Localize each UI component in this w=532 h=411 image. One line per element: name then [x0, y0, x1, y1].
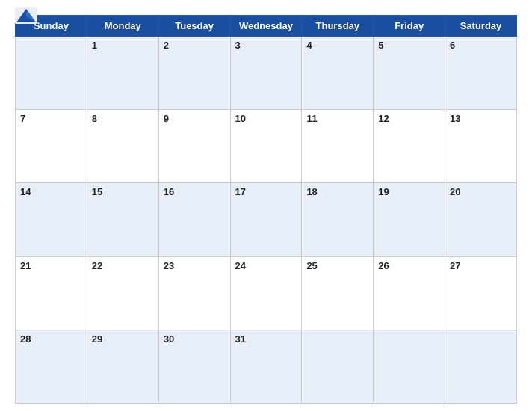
day-number: 1 — [92, 40, 97, 51]
day-number: 30 — [164, 333, 174, 344]
calendar-cell: 4 — [302, 37, 374, 110]
calendar-cell — [445, 330, 517, 403]
day-number: 29 — [92, 333, 102, 344]
calendar-header-row: SundayMondayTuesdayWednesdayThursdayFrid… — [16, 16, 517, 37]
calendar-cell: 27 — [445, 256, 517, 330]
weekday-header-monday: Monday — [87, 16, 158, 37]
calendar-cell: 19 — [374, 183, 445, 256]
day-number: 27 — [450, 260, 460, 271]
calendar-cell: 8 — [87, 110, 158, 183]
day-number: 21 — [20, 260, 31, 271]
day-number: 15 — [92, 186, 102, 197]
calendar-cell — [302, 330, 374, 403]
day-number: 5 — [378, 40, 383, 51]
day-number: 17 — [235, 186, 246, 197]
day-number: 26 — [378, 260, 389, 271]
calendar-week-row: 21222324252627 — [16, 256, 517, 330]
calendar-cell: 24 — [230, 256, 302, 330]
day-number: 9 — [164, 113, 169, 124]
day-number: 12 — [378, 113, 389, 124]
weekday-header-thursday: Thursday — [302, 16, 374, 37]
day-number: 8 — [92, 113, 97, 124]
calendar-body: 1234567891011121314151617181920212223242… — [16, 37, 517, 404]
day-number: 6 — [450, 40, 455, 51]
calendar-cell: 12 — [374, 110, 445, 183]
day-number: 24 — [235, 260, 246, 271]
calendar-cell: 3 — [230, 37, 302, 110]
calendar-cell: 11 — [302, 110, 374, 183]
calendar-week-row: 123456 — [16, 37, 517, 110]
calendar-cell: 31 — [230, 330, 302, 403]
calendar-table: SundayMondayTuesdayWednesdayThursdayFrid… — [15, 15, 517, 404]
day-number: 2 — [164, 40, 169, 51]
calendar-cell: 17 — [230, 183, 302, 256]
day-number: 25 — [306, 260, 317, 271]
calendar-cell: 16 — [158, 183, 230, 256]
day-number: 28 — [20, 333, 31, 344]
weekday-header-wednesday: Wednesday — [230, 16, 302, 37]
calendar-cell: 23 — [158, 256, 230, 330]
calendar-week-row: 78910111213 — [16, 110, 517, 183]
calendar-week-row: 14151617181920 — [16, 183, 517, 256]
day-number: 7 — [20, 113, 25, 124]
calendar-cell — [374, 330, 445, 403]
day-number: 19 — [378, 186, 389, 197]
calendar-cell: 5 — [374, 37, 445, 110]
logo — [15, 7, 37, 27]
calendar-cell: 14 — [16, 183, 87, 256]
calendar-cell: 10 — [230, 110, 302, 183]
day-number: 3 — [235, 40, 241, 51]
calendar-cell: 6 — [445, 37, 517, 110]
calendar-cell: 26 — [374, 256, 445, 330]
calendar-cell: 13 — [445, 110, 517, 183]
day-number: 16 — [164, 186, 174, 197]
calendar-cell: 21 — [16, 256, 87, 330]
day-number: 14 — [20, 186, 31, 197]
weekday-header-tuesday: Tuesday — [158, 16, 230, 37]
day-number: 10 — [235, 113, 246, 124]
logo-icon — [15, 7, 37, 24]
day-number: 13 — [450, 113, 460, 124]
day-number: 23 — [164, 260, 174, 271]
calendar-cell: 1 — [87, 37, 158, 110]
day-number: 11 — [306, 113, 317, 124]
calendar-cell — [16, 37, 87, 110]
weekday-header-friday: Friday — [374, 16, 445, 37]
calendar-cell: 7 — [16, 110, 87, 183]
day-number: 22 — [92, 260, 102, 271]
calendar-header — [15, 7, 517, 10]
calendar-cell: 22 — [87, 256, 158, 330]
calendar-week-row: 28293031 — [16, 330, 517, 403]
day-number: 4 — [306, 40, 312, 51]
day-number: 31 — [235, 333, 246, 344]
day-number: 18 — [306, 186, 317, 197]
calendar-cell: 25 — [302, 256, 374, 330]
calendar-cell: 9 — [158, 110, 230, 183]
calendar-cell: 30 — [158, 330, 230, 403]
calendar-cell: 18 — [302, 183, 374, 256]
weekday-header-saturday: Saturday — [445, 16, 517, 37]
calendar-cell: 2 — [158, 37, 230, 110]
calendar-cell: 29 — [87, 330, 158, 403]
day-number: 20 — [450, 186, 460, 197]
calendar-cell: 20 — [445, 183, 517, 256]
calendar-cell: 28 — [16, 330, 87, 403]
calendar-cell: 15 — [87, 183, 158, 256]
weekday-row: SundayMondayTuesdayWednesdayThursdayFrid… — [16, 16, 517, 37]
